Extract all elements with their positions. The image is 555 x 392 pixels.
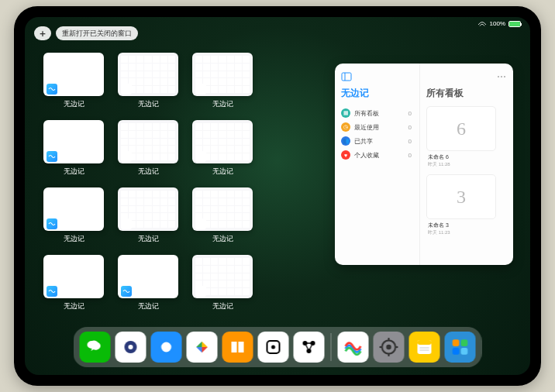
dock-wechat[interactable] (80, 332, 111, 363)
status-bar: 100% (477, 20, 521, 27)
menu-count: 0 (408, 152, 412, 159)
dock-books[interactable] (222, 332, 253, 363)
thumbnail-label: 无边记 (138, 234, 159, 244)
freeform-icon (121, 286, 132, 297)
panel-left-title: 无边记 (341, 87, 413, 100)
dock-play[interactable] (187, 332, 218, 363)
window-thumbnail[interactable]: 无边记 (192, 187, 253, 244)
svg-rect-24 (461, 348, 468, 355)
freeform-icon (47, 218, 57, 229)
menu-all-boards[interactable]: ▦ 所有看板 0 (341, 106, 413, 120)
heart-icon: ♥ (341, 150, 350, 160)
freeform-icon (195, 151, 206, 162)
svg-point-7 (271, 346, 275, 349)
new-window-button[interactable]: ＋ (34, 26, 51, 40)
svg-point-12 (386, 345, 391, 350)
window-thumbnail[interactable]: 无边记 (118, 255, 178, 311)
thumbnail-label: 无边记 (64, 301, 84, 311)
window-thumbnail[interactable]: 无边记 (43, 187, 104, 244)
menu-label: 已共享 (354, 137, 373, 146)
thumbnail-label: 无边记 (212, 234, 233, 244)
menu-count: 0 (408, 110, 412, 117)
dock (74, 327, 482, 367)
thumbnail-label: 无边记 (212, 167, 233, 177)
window-thumbnail[interactable]: 无边记 (118, 187, 178, 244)
panel-content: ⋯ 所有看板 6 未命名 6 昨天 11:28 3 未命名 3 昨天 11:23 (420, 64, 513, 265)
svg-point-3 (129, 345, 133, 349)
thumbnail-label: 无边记 (64, 99, 84, 109)
board-time: 昨天 11:28 (428, 161, 496, 168)
battery-percent: 100% (490, 20, 505, 27)
reopen-closed-button[interactable]: 重新打开已关闭的窗口 (56, 26, 138, 40)
dock-notes[interactable] (409, 332, 440, 363)
menu-label: 最近使用 (354, 123, 379, 132)
grid-icon: ▦ (341, 108, 350, 118)
svg-rect-0 (342, 73, 351, 81)
freeform-icon (47, 151, 57, 162)
thumbnail-label: 无边记 (138, 167, 159, 177)
svg-rect-22 (461, 339, 468, 346)
menu-label: 个人收藏 (354, 151, 379, 160)
window-thumbnail[interactable]: 无边记 (118, 120, 178, 177)
dock-freeform[interactable] (338, 332, 369, 363)
menu-label: 所有看板 (354, 109, 379, 118)
dock-quark[interactable] (115, 332, 147, 363)
dock-dice[interactable] (258, 332, 289, 363)
window-thumbnail[interactable]: 无边记 (192, 53, 253, 109)
dock-nodes[interactable] (294, 332, 325, 363)
thumbnail-label: 无边记 (138, 301, 159, 311)
freeform-icon (121, 84, 132, 95)
menu-shared[interactable]: 👥 已共享 0 (341, 134, 413, 148)
people-icon: 👥 (341, 136, 350, 146)
freeform-icon (195, 218, 206, 229)
window-grid: 无边记 无边记 无边记 无边记 无边记 (43, 53, 330, 322)
thumbnail-label: 无边记 (212, 301, 233, 311)
freeform-icon (195, 286, 206, 297)
wifi-icon (477, 21, 487, 27)
menu-count: 0 (408, 124, 412, 131)
freeform-icon (47, 84, 57, 95)
window-thumbnail[interactable]: 无边记 (43, 255, 104, 311)
panel-right-title: 所有看板 (426, 87, 507, 100)
menu-count: 0 (408, 138, 412, 145)
dock-settings[interactable] (374, 332, 405, 363)
board-time: 昨天 11:23 (428, 229, 496, 236)
more-icon[interactable]: ⋯ (497, 71, 507, 82)
window-thumbnail[interactable]: 无边记 (192, 255, 253, 311)
ipad-device: 100% ＋ 重新打开已关闭的窗口 无边记 无边记 无边记 (14, 6, 541, 386)
window-thumbnail[interactable]: 无边记 (118, 53, 178, 109)
thumbnail-label: 无边记 (138, 99, 159, 109)
panel-sidebar: 无边记 ▦ 所有看板 0 ◷ 最近使用 0 👥 已共享 0 ♥ (335, 64, 420, 265)
board-card[interactable]: 6 未命名 6 昨天 11:28 (426, 106, 496, 168)
board-preview: 3 (426, 174, 496, 219)
freeform-icon (121, 151, 132, 162)
menu-recent[interactable]: ◷ 最近使用 0 (341, 120, 413, 134)
board-title: 未命名 3 (428, 222, 496, 229)
dock-separator (331, 333, 332, 361)
dock-app-library[interactable] (445, 332, 476, 363)
freeform-icon (47, 286, 57, 297)
screen: 100% ＋ 重新打开已关闭的窗口 无边记 无边记 无边记 (25, 17, 530, 375)
svg-rect-21 (453, 339, 460, 346)
freeform-icon (195, 84, 206, 95)
menu-favorites[interactable]: ♥ 个人收藏 0 (341, 148, 413, 162)
sidebar-icon[interactable] (341, 71, 352, 82)
dock-browser[interactable] (151, 332, 182, 363)
board-preview: 6 (426, 106, 496, 151)
window-thumbnail[interactable]: 无边记 (43, 120, 104, 177)
freeform-icon (121, 218, 132, 229)
board-card[interactable]: 3 未命名 3 昨天 11:23 (426, 174, 496, 236)
board-title: 未命名 6 (428, 153, 496, 161)
window-thumbnail[interactable]: 无边记 (43, 53, 104, 109)
freeform-panel[interactable]: 无边记 ▦ 所有看板 0 ◷ 最近使用 0 👥 已共享 0 ♥ (335, 64, 513, 265)
thumbnail-label: 无边记 (64, 167, 84, 177)
svg-rect-23 (453, 348, 460, 355)
svg-rect-18 (418, 340, 432, 345)
thumbnail-label: 无边记 (64, 234, 84, 244)
top-toolbar: ＋ 重新打开已关闭的窗口 (34, 26, 138, 40)
window-thumbnail[interactable]: 无边记 (192, 120, 253, 177)
clock-icon: ◷ (341, 122, 350, 132)
battery-icon (508, 21, 521, 27)
thumbnail-label: 无边记 (212, 99, 233, 109)
